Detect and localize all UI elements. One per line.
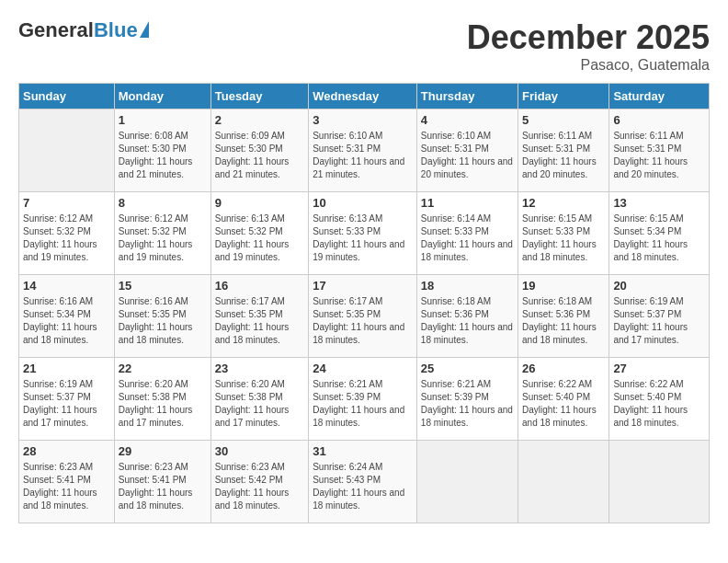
cell-info: Sunrise: 6:15 AMSunset: 5:33 PMDaylight:…	[522, 213, 605, 264]
day-number: 16	[215, 279, 304, 293]
day-number: 21	[23, 362, 110, 375]
cell-info: Sunrise: 6:21 AMSunset: 5:39 PMDaylight:…	[421, 378, 514, 430]
day-number: 1	[119, 113, 207, 127]
day-number: 23	[215, 362, 304, 375]
calendar-cell: 15Sunrise: 6:16 AMSunset: 5:35 PMDayligh…	[114, 275, 210, 358]
cell-info: Sunrise: 6:16 AMSunset: 5:34 PMDaylight:…	[23, 295, 110, 347]
header-monday: Monday	[114, 84, 210, 109]
calendar-cell: 19Sunrise: 6:18 AMSunset: 5:36 PMDayligh…	[518, 275, 609, 358]
cell-info: Sunrise: 6:22 AMSunset: 5:40 PMDaylight:…	[613, 378, 705, 430]
calendar-cell: 13Sunrise: 6:15 AMSunset: 5:34 PMDayligh…	[609, 192, 710, 275]
cell-info: Sunrise: 6:20 AMSunset: 5:38 PMDaylight:…	[119, 378, 207, 430]
cell-info: Sunrise: 6:10 AMSunset: 5:31 PMDaylight:…	[421, 130, 514, 181]
day-number: 6	[613, 113, 705, 127]
day-number: 24	[313, 362, 413, 375]
header-saturday: Saturday	[609, 84, 710, 109]
calendar-cell: 7Sunrise: 6:12 AMSunset: 5:32 PMDaylight…	[19, 192, 115, 275]
logo-triangle-icon	[140, 21, 149, 38]
calendar-cell	[609, 441, 710, 523]
cell-info: Sunrise: 6:12 AMSunset: 5:32 PMDaylight:…	[119, 213, 207, 264]
cell-info: Sunrise: 6:11 AMSunset: 5:31 PMDaylight:…	[613, 130, 705, 181]
day-number: 13	[613, 196, 705, 210]
cell-info: Sunrise: 6:09 AMSunset: 5:30 PMDaylight:…	[215, 130, 304, 181]
cell-info: Sunrise: 6:16 AMSunset: 5:35 PMDaylight:…	[119, 295, 207, 347]
calendar-cell: 2Sunrise: 6:09 AMSunset: 5:30 PMDaylight…	[210, 109, 308, 192]
calendar-cell: 24Sunrise: 6:21 AMSunset: 5:39 PMDayligh…	[309, 358, 417, 441]
header-wednesday: Wednesday	[309, 84, 417, 109]
cell-info: Sunrise: 6:22 AMSunset: 5:40 PMDaylight:…	[522, 378, 605, 430]
cell-info: Sunrise: 6:17 AMSunset: 5:35 PMDaylight:…	[313, 295, 413, 347]
cell-info: Sunrise: 6:20 AMSunset: 5:38 PMDaylight:…	[215, 378, 304, 430]
cell-info: Sunrise: 6:23 AMSunset: 5:41 PMDaylight:…	[119, 461, 207, 512]
title-block: December 2025 Pasaco, Guatemala	[467, 18, 710, 74]
day-number: 17	[313, 279, 413, 293]
calendar-cell: 27Sunrise: 6:22 AMSunset: 5:40 PMDayligh…	[609, 358, 710, 441]
calendar-cell: 21Sunrise: 6:19 AMSunset: 5:37 PMDayligh…	[19, 358, 115, 441]
day-number: 12	[522, 196, 605, 210]
day-number: 11	[421, 196, 514, 210]
calendar-cell: 29Sunrise: 6:23 AMSunset: 5:41 PMDayligh…	[114, 441, 210, 523]
main-title: December 2025	[467, 18, 710, 57]
calendar-table: SundayMondayTuesdayWednesdayThursdayFrid…	[18, 83, 710, 523]
cell-info: Sunrise: 6:18 AMSunset: 5:36 PMDaylight:…	[421, 295, 514, 347]
cell-info: Sunrise: 6:23 AMSunset: 5:41 PMDaylight:…	[23, 461, 110, 512]
calendar-cell: 14Sunrise: 6:16 AMSunset: 5:34 PMDayligh…	[19, 275, 115, 358]
calendar-cell: 25Sunrise: 6:21 AMSunset: 5:39 PMDayligh…	[416, 358, 518, 441]
day-number: 14	[23, 279, 110, 293]
day-number: 26	[522, 362, 605, 375]
day-number: 8	[119, 196, 207, 210]
calendar-cell: 18Sunrise: 6:18 AMSunset: 5:36 PMDayligh…	[416, 275, 518, 358]
header-friday: Friday	[518, 84, 609, 109]
cell-info: Sunrise: 6:14 AMSunset: 5:33 PMDaylight:…	[421, 213, 514, 264]
day-number: 25	[421, 362, 514, 375]
logo: General Blue	[18, 18, 149, 42]
week-row-2: 7Sunrise: 6:12 AMSunset: 5:32 PMDaylight…	[19, 192, 710, 275]
calendar-cell: 20Sunrise: 6:19 AMSunset: 5:37 PMDayligh…	[609, 275, 710, 358]
header-sunday: Sunday	[19, 84, 115, 109]
calendar-cell: 30Sunrise: 6:23 AMSunset: 5:42 PMDayligh…	[210, 441, 308, 523]
header-tuesday: Tuesday	[210, 84, 308, 109]
week-row-1: 1Sunrise: 6:08 AMSunset: 5:30 PMDaylight…	[19, 109, 710, 192]
day-number: 30	[215, 444, 304, 458]
calendar-cell: 5Sunrise: 6:11 AMSunset: 5:31 PMDaylight…	[518, 109, 609, 192]
calendar-cell	[416, 441, 518, 523]
week-row-3: 14Sunrise: 6:16 AMSunset: 5:34 PMDayligh…	[19, 275, 710, 358]
day-number: 29	[119, 444, 207, 458]
logo-general-text: General	[18, 18, 94, 42]
cell-info: Sunrise: 6:19 AMSunset: 5:37 PMDaylight:…	[613, 295, 705, 347]
cell-info: Sunrise: 6:24 AMSunset: 5:43 PMDaylight:…	[313, 461, 413, 512]
day-number: 20	[613, 279, 705, 293]
cell-info: Sunrise: 6:12 AMSunset: 5:32 PMDaylight:…	[23, 213, 110, 264]
cell-info: Sunrise: 6:15 AMSunset: 5:34 PMDaylight:…	[613, 213, 705, 264]
calendar-header-row: SundayMondayTuesdayWednesdayThursdayFrid…	[19, 84, 710, 109]
day-number: 2	[215, 113, 304, 127]
calendar-cell: 17Sunrise: 6:17 AMSunset: 5:35 PMDayligh…	[309, 275, 417, 358]
cell-info: Sunrise: 6:08 AMSunset: 5:30 PMDaylight:…	[119, 130, 207, 181]
calendar-cell	[19, 109, 115, 192]
day-number: 9	[215, 196, 304, 210]
day-number: 7	[23, 196, 110, 210]
cell-info: Sunrise: 6:17 AMSunset: 5:35 PMDaylight:…	[215, 295, 304, 347]
calendar-cell: 22Sunrise: 6:20 AMSunset: 5:38 PMDayligh…	[114, 358, 210, 441]
header-thursday: Thursday	[416, 84, 518, 109]
cell-info: Sunrise: 6:11 AMSunset: 5:31 PMDaylight:…	[522, 130, 605, 181]
day-number: 4	[421, 113, 514, 127]
cell-info: Sunrise: 6:10 AMSunset: 5:31 PMDaylight:…	[313, 130, 413, 181]
calendar-cell: 4Sunrise: 6:10 AMSunset: 5:31 PMDaylight…	[416, 109, 518, 192]
cell-info: Sunrise: 6:23 AMSunset: 5:42 PMDaylight:…	[215, 461, 304, 512]
calendar-cell: 31Sunrise: 6:24 AMSunset: 5:43 PMDayligh…	[309, 441, 417, 523]
calendar-cell: 1Sunrise: 6:08 AMSunset: 5:30 PMDaylight…	[114, 109, 210, 192]
calendar-cell: 10Sunrise: 6:13 AMSunset: 5:33 PMDayligh…	[309, 192, 417, 275]
calendar-cell: 26Sunrise: 6:22 AMSunset: 5:40 PMDayligh…	[518, 358, 609, 441]
day-number: 19	[522, 279, 605, 293]
calendar-cell: 6Sunrise: 6:11 AMSunset: 5:31 PMDaylight…	[609, 109, 710, 192]
subtitle: Pasaco, Guatemala	[467, 57, 710, 74]
cell-info: Sunrise: 6:13 AMSunset: 5:33 PMDaylight:…	[313, 213, 413, 264]
day-number: 15	[119, 279, 207, 293]
calendar-cell: 28Sunrise: 6:23 AMSunset: 5:41 PMDayligh…	[19, 441, 115, 523]
cell-info: Sunrise: 6:13 AMSunset: 5:32 PMDaylight:…	[215, 213, 304, 264]
day-number: 31	[313, 444, 413, 458]
day-number: 27	[613, 362, 705, 375]
day-number: 10	[313, 196, 413, 210]
calendar-cell: 23Sunrise: 6:20 AMSunset: 5:38 PMDayligh…	[210, 358, 308, 441]
